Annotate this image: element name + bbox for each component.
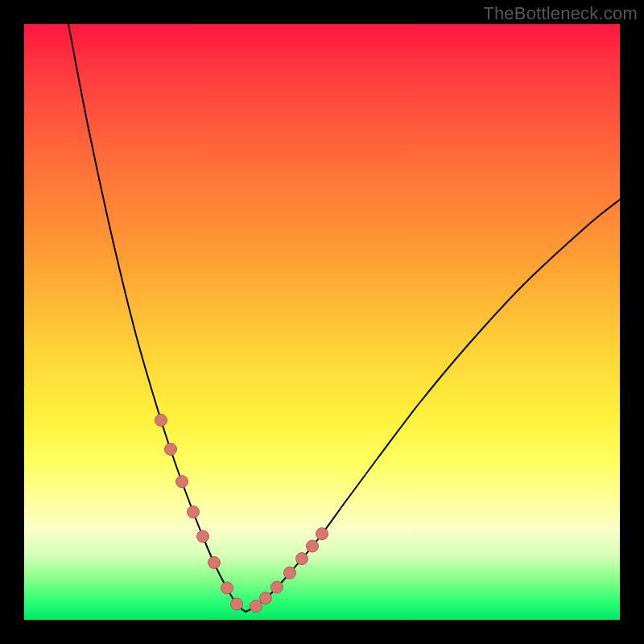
data-point-marker [271,581,283,593]
data-point-marker [231,598,243,610]
data-point-marker [221,582,233,594]
curve-markers [155,415,328,613]
data-point-marker [284,567,296,579]
data-point-marker [165,444,177,456]
watermark-text: TheBottleneck.com [483,3,638,24]
chart-frame: TheBottleneck.com [0,0,644,644]
curve-layer [24,24,620,620]
data-point-marker [188,506,200,518]
curve-right [246,200,620,612]
data-point-marker [208,556,221,568]
data-point-marker [316,528,328,540]
data-point-marker [260,592,272,605]
curve-left [68,24,246,612]
data-point-marker [296,553,308,565]
data-point-marker [197,530,209,543]
data-point-marker [176,476,188,488]
plot-area [24,24,620,620]
data-point-marker [250,601,262,613]
data-point-marker [307,540,319,552]
data-point-marker [155,415,167,427]
